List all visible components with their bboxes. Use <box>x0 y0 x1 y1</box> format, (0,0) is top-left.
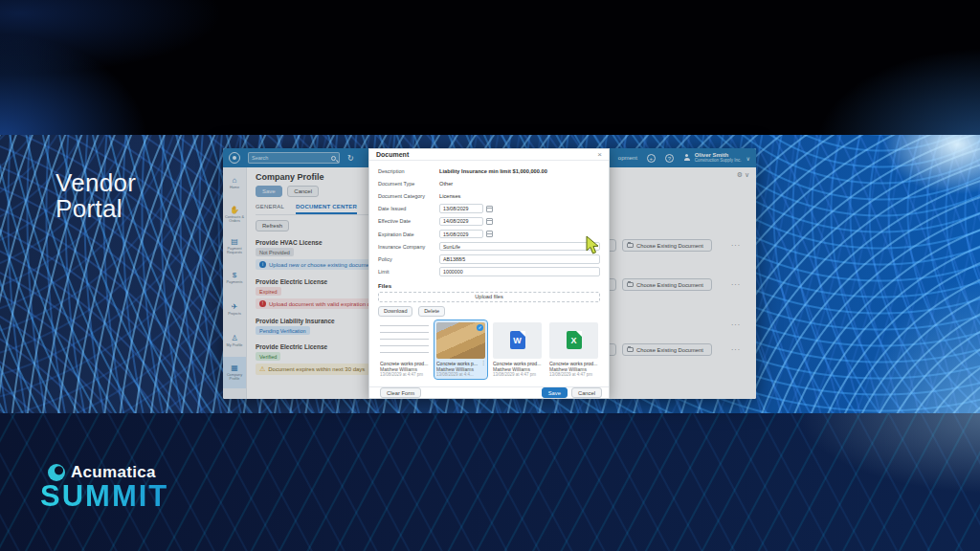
calendar-icon[interactable] <box>486 231 493 237</box>
document-modal: Document × DescriptionLiability Insuranc… <box>368 148 610 399</box>
upload-files-dropzone[interactable]: Upload files <box>378 292 600 302</box>
modal-title: Document <box>376 151 409 158</box>
slide-title: Vendor Portal <box>56 170 136 221</box>
card-more-icon[interactable]: ⋮ <box>480 359 486 365</box>
selected-check-icon: ✓ <box>477 324 483 331</box>
word-file-icon: W <box>510 331 525 349</box>
document-category-value: Licenses <box>439 193 460 199</box>
files-header: Files <box>378 282 600 289</box>
word-file-thumbnail: W <box>493 322 542 359</box>
excel-file-thumbnail: X <box>549 322 598 359</box>
calendar-icon[interactable] <box>486 206 493 212</box>
policy-input[interactable] <box>439 254 600 264</box>
slide-title-line1: Vendor <box>56 170 136 196</box>
modal-cancel-button[interactable]: Cancel <box>571 387 602 398</box>
file-card-word[interactable]: W Concrete works prod... Matthew William… <box>491 320 544 379</box>
description-value: Liability Insurance min limit $1,000,000… <box>439 168 547 174</box>
date-issued-input[interactable] <box>439 204 483 213</box>
file-card-excel[interactable]: X Concrete works prod... Matthew William… <box>547 320 600 379</box>
file-card-pdf[interactable]: Concrete works prod... Matthew Williams … <box>378 320 431 379</box>
file-card-list: Concrete works prod... Matthew Williams … <box>378 320 600 379</box>
download-button[interactable]: Download <box>378 306 412 317</box>
vendor-portal-app-window: ↻ opment + ? Oliver Smith Construction S… <box>223 148 756 399</box>
close-icon[interactable]: × <box>597 151 602 159</box>
excel-file-icon: X <box>567 331 582 349</box>
acumatica-summit-logo: Acumatica SUMMIT <box>40 463 168 514</box>
effective-date-input[interactable] <box>439 217 483 227</box>
limit-input[interactable] <box>439 267 600 276</box>
modal-save-button[interactable]: Save <box>542 387 568 398</box>
background-art-top <box>0 0 980 135</box>
photo-thumbnail: ✓ <box>436 322 485 359</box>
insurance-company-input[interactable] <box>439 242 600 252</box>
slide-title-line2: Portal <box>56 196 136 222</box>
file-card-photo-selected[interactable]: ✓ Concrete works p... Matthew Williams 1… <box>434 320 487 379</box>
document-type-value: Other <box>439 181 453 187</box>
calendar-icon[interactable] <box>486 218 493 225</box>
pdf-preview-thumbnail <box>380 322 429 359</box>
clear-form-button[interactable]: Clear Form <box>380 387 421 398</box>
slide-stage: Vendor Portal Acumatica SUMMIT ↻ opment … <box>0 0 980 551</box>
summit-wordmark: SUMMIT <box>40 479 168 514</box>
expiration-date-input[interactable] <box>439 230 483 239</box>
mouse-cursor <box>586 235 600 255</box>
delete-button[interactable]: Delete <box>418 306 445 317</box>
